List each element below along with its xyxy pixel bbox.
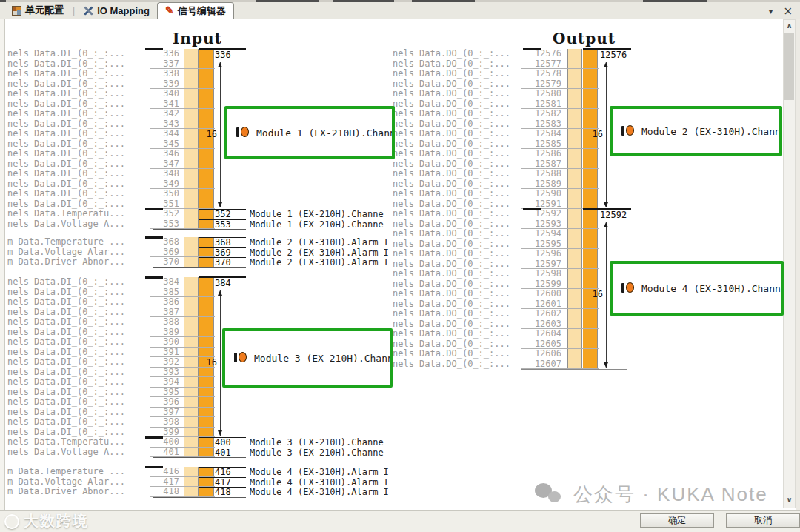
signal-name-label[interactable]: m Data.Temperature ... bbox=[7, 237, 141, 247]
channel-number[interactable]: 12580 bbox=[519, 89, 561, 99]
signal-name-label[interactable]: nels Data.DI_(0_:_:... bbox=[7, 109, 141, 119]
channel-number[interactable]: 399 bbox=[148, 428, 179, 438]
signal-name-label[interactable]: nels Data.DO_(0_:_:... bbox=[393, 239, 520, 250]
signal-name-label[interactable]: nels Data.DI_(0_:_:... bbox=[7, 277, 141, 287]
channel-number[interactable]: 400 bbox=[148, 437, 179, 448]
signal-name-label[interactable]: nels Data.DO_(0_:_:... bbox=[393, 119, 520, 130]
channel-number[interactable]: 397 bbox=[148, 408, 179, 418]
signal-name-label[interactable]: nels Data.DO_(0_:_:... bbox=[393, 129, 520, 139]
channel-number[interactable]: 387 bbox=[148, 307, 179, 318]
channel-number[interactable]: 12604 bbox=[519, 329, 561, 339]
signal-name-label[interactable]: nels Data.Voltage A... bbox=[7, 219, 141, 230]
channel-number[interactable]: 394 bbox=[148, 377, 179, 388]
signal-name-label[interactable]: nels Data.DO_(0_:_:... bbox=[393, 69, 520, 79]
signal-name-label[interactable]: nels Data.DO_(0_:_:... bbox=[393, 89, 520, 99]
signal-name-label[interactable]: nels Data.Voltage A... bbox=[7, 448, 141, 458]
channel-number[interactable]: 417 bbox=[148, 477, 179, 488]
channel-number[interactable]: 339 bbox=[148, 79, 179, 90]
channel-number[interactable]: 348 bbox=[148, 169, 179, 179]
channel-number[interactable]: 416 bbox=[148, 467, 179, 477]
mapped-signal-label[interactable]: Module 2 (EX-310H).Alarm I bbox=[250, 248, 392, 259]
channel-number[interactable]: 418 bbox=[148, 487, 179, 497]
bit-column-light[interactable] bbox=[184, 467, 199, 497]
channel-number[interactable]: 12595 bbox=[519, 239, 561, 250]
signal-name-label[interactable]: nels Data.DO_(0_:_:... bbox=[393, 319, 520, 330]
bit-column-light[interactable] bbox=[567, 49, 582, 369]
signal-name-label[interactable]: nels Data.DO_(0_:_:... bbox=[393, 49, 520, 59]
signal-name-label[interactable]: nels Data.DI_(0_:_:... bbox=[7, 377, 141, 388]
signal-name-label[interactable]: m Data.Driver Abnor... bbox=[7, 257, 141, 267]
channel-number[interactable]: 12581 bbox=[519, 99, 561, 110]
channel-number[interactable]: 12602 bbox=[519, 309, 561, 319]
channel-number[interactable]: 370 bbox=[148, 257, 179, 267]
channel-number[interactable]: 12598 bbox=[519, 269, 561, 279]
channel-number[interactable]: 349 bbox=[148, 179, 179, 190]
signal-name-label[interactable]: m Data.Temperature ... bbox=[7, 467, 141, 477]
signal-name-label[interactable]: nels Data.DI_(0_:_:... bbox=[7, 199, 141, 210]
signal-name-label[interactable]: nels Data.DO_(0_:_:... bbox=[393, 309, 520, 319]
signal-name-label[interactable]: nels Data.DI_(0_:_:... bbox=[7, 149, 141, 159]
channel-number[interactable]: 12603 bbox=[519, 319, 561, 330]
signal-name-label[interactable]: nels Data.DI_(0_:_:... bbox=[7, 357, 141, 368]
mapped-signal-label[interactable]: Module 4 (EX-310H).Alarm I bbox=[250, 468, 392, 478]
channel-number[interactable]: 395 bbox=[148, 388, 179, 398]
mapped-signal-label[interactable]: Module 4 (EX-310H).Alarm I bbox=[250, 478, 392, 488]
channel-number[interactable]: 391 bbox=[148, 348, 179, 358]
signal-name-label[interactable]: nels Data.DO_(0_:_:... bbox=[393, 289, 520, 299]
module-callout[interactable]: Module 2 (EX-310H).Channel bbox=[610, 106, 782, 156]
signal-name-label[interactable]: nels Data.DI_(0_:_:... bbox=[7, 99, 141, 110]
channel-number[interactable]: 392 bbox=[148, 357, 179, 368]
channel-number[interactable]: 389 bbox=[148, 327, 179, 338]
channel-number[interactable]: 368 bbox=[148, 237, 179, 247]
signal-name-label[interactable]: nels Data.DO_(0_:_:... bbox=[393, 169, 520, 179]
signal-name-label[interactable]: nels Data.DI_(0_:_:... bbox=[7, 307, 141, 318]
channel-number[interactable]: 369 bbox=[148, 247, 179, 258]
signal-name-label[interactable]: nels Data.DO_(0_:_:... bbox=[393, 99, 520, 110]
channel-number[interactable]: 346 bbox=[148, 149, 179, 159]
channel-number[interactable]: 12600 bbox=[519, 289, 561, 299]
channel-number[interactable]: 12605 bbox=[519, 339, 561, 350]
channel-number[interactable]: 398 bbox=[148, 417, 179, 428]
signal-name-label[interactable]: nels Data.DO_(0_:_:... bbox=[393, 189, 520, 199]
signal-name-label[interactable]: nels Data.DI_(0_:_:... bbox=[7, 49, 141, 59]
module-callout[interactable]: Module 4 (EX-310H).Channe bbox=[610, 261, 784, 316]
signal-name-label[interactable]: nels Data.DO_(0_:_:... bbox=[393, 79, 520, 90]
channel-number[interactable]: 12599 bbox=[519, 279, 561, 290]
channel-number[interactable]: 388 bbox=[148, 317, 179, 327]
signal-name-label[interactable]: m Data.Driver Abnor... bbox=[7, 487, 141, 497]
tab-signal-editor[interactable]: ✎信号编辑器 bbox=[157, 2, 234, 19]
signal-name-label[interactable]: nels Data.DO_(0_:_:... bbox=[393, 139, 520, 150]
channel-number[interactable]: 12587 bbox=[519, 159, 561, 170]
signal-name-label[interactable]: nels Data.DI_(0_:_:... bbox=[7, 348, 141, 358]
channel-number[interactable]: 390 bbox=[148, 337, 179, 348]
signal-name-label[interactable]: nels Data.DI_(0_:_:... bbox=[7, 337, 141, 348]
bit-column-light[interactable] bbox=[184, 237, 199, 267]
ok-button[interactable]: 确定 bbox=[640, 513, 714, 528]
signal-name-label[interactable]: nels Data.DO_(0_:_:... bbox=[393, 149, 520, 159]
signal-name-label[interactable]: nels Data.DI_(0_:_:... bbox=[7, 59, 141, 70]
signal-name-label[interactable]: nels Data.DO_(0_:_:... bbox=[393, 229, 520, 239]
channel-number[interactable]: 12586 bbox=[519, 149, 561, 159]
signal-name-label[interactable]: nels Data.Temperatu... bbox=[7, 437, 141, 448]
signal-name-label[interactable]: nels Data.DI_(0_:_:... bbox=[7, 169, 141, 179]
channel-number[interactable]: 350 bbox=[148, 189, 179, 199]
mapped-signal-label[interactable]: Module 3 (EX-210H).Channe bbox=[250, 448, 392, 459]
signal-name-label[interactable]: nels Data.DI_(0_:_:... bbox=[7, 179, 141, 190]
signal-name-label[interactable]: nels Data.DI_(0_:_:... bbox=[7, 368, 141, 378]
mapped-signal-label[interactable]: Module 1 (EX-210H).Channe bbox=[250, 210, 392, 220]
channel-number[interactable]: 353 bbox=[148, 219, 179, 230]
channel-number[interactable]: 12582 bbox=[519, 109, 561, 119]
channel-number[interactable]: 401 bbox=[148, 448, 179, 458]
channel-number[interactable]: 12579 bbox=[519, 79, 561, 90]
channel-number[interactable]: 351 bbox=[148, 199, 179, 210]
signal-name-label[interactable]: nels Data.DO_(0_:_:... bbox=[393, 299, 520, 310]
channel-number[interactable]: 12585 bbox=[519, 139, 561, 150]
signal-name-label[interactable]: nels Data.DI_(0_:_:... bbox=[7, 139, 141, 150]
scroll-down-icon[interactable]: ∨ bbox=[784, 494, 795, 506]
channel-number[interactable]: 12588 bbox=[519, 169, 561, 179]
signal-name-label[interactable]: nels Data.DO_(0_:_:... bbox=[393, 219, 520, 230]
signal-name-label[interactable]: nels Data.DO_(0_:_:... bbox=[393, 339, 520, 350]
signal-name-label[interactable]: m Data.Voltage Alar... bbox=[7, 247, 141, 258]
module-callout[interactable]: Module 1 (EX-210H).Channe bbox=[224, 106, 395, 159]
signal-name-label[interactable]: nels Data.DI_(0_:_:... bbox=[7, 119, 141, 130]
